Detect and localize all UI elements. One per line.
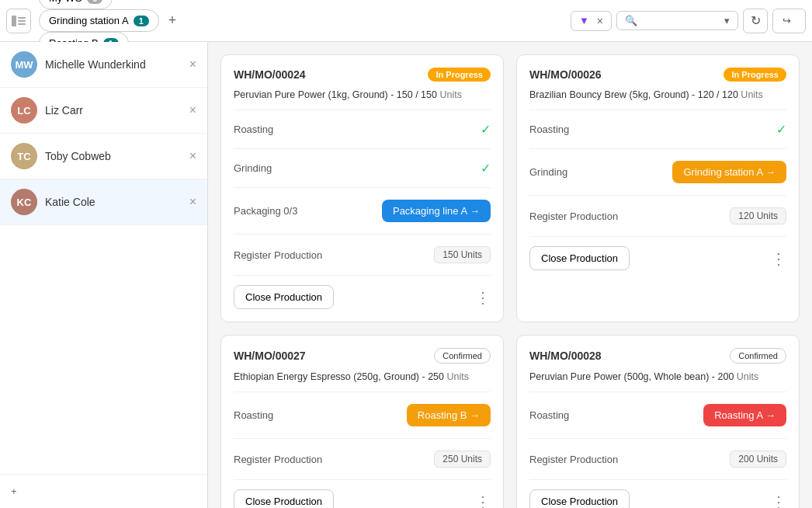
tab-badge-my-wo: 0: [87, 0, 102, 4]
card-id: WH/MO/00028: [529, 350, 602, 362]
card-header: WH/MO/00027 Confirmed: [234, 348, 491, 364]
action-button[interactable]: Roasting B →: [407, 404, 491, 426]
more-options-button[interactable]: ⋮: [475, 290, 491, 305]
product-unit: Units: [439, 89, 461, 100]
remove-operator-button[interactable]: ×: [189, 150, 196, 162]
search-area: ▼ × 🔍 ▾ ↻ ↪: [571, 9, 806, 33]
card-id: WH/MO/00024: [234, 68, 306, 81]
search-box: 🔍 ▾: [616, 11, 738, 30]
register-qty: 120 Units: [730, 207, 786, 224]
avatar: LC: [11, 97, 37, 124]
register-production-label: Register Production: [234, 454, 322, 465]
operator-item[interactable]: MW Michelle Wunderkind ×: [0, 42, 207, 88]
search-caret-icon[interactable]: ▾: [724, 15, 730, 26]
operator-name: Liz Carr: [45, 104, 182, 117]
main-layout: MW Michelle Wunderkind × LC Liz Carr × T…: [0, 42, 812, 508]
step-row-action: Grinding Grinding station A →: [529, 158, 786, 186]
remove-operator-button[interactable]: ×: [189, 104, 196, 117]
register-production-row: Register Production 120 Units: [529, 205, 786, 227]
step-row: Roasting ✓: [529, 120, 786, 139]
check-icon: ✓: [776, 122, 786, 137]
step-label: Roasting: [234, 124, 273, 135]
card-id: WH/MO/00027: [234, 350, 306, 362]
status-badge: Confirmed: [434, 348, 491, 364]
check-icon: ✓: [481, 161, 491, 176]
remove-operator-button[interactable]: ×: [189, 58, 196, 71]
tab-my-wo[interactable]: My WO0: [39, 0, 113, 9]
svg-rect-0: [12, 16, 16, 26]
operator-name: Katie Cole: [45, 196, 182, 208]
tab-badge-grinding-station-a: 1: [134, 16, 149, 26]
close-production-button[interactable]: Close Production: [234, 285, 334, 309]
card-header: WH/MO/00024 In Progress: [234, 68, 491, 82]
production-card: WH/MO/00024 In Progress Peruvian Pure Po…: [220, 54, 504, 322]
register-qty: 200 Units: [730, 451, 786, 468]
product-unit: Units: [737, 371, 758, 382]
search-input[interactable]: [642, 15, 720, 26]
register-production-row: Register Production 250 Units: [234, 448, 491, 470]
more-options-button[interactable]: ⋮: [771, 494, 786, 509]
card-product: Peruvian Pure Power (500g, Whole bean) -…: [529, 371, 786, 382]
filter-close-icon[interactable]: ×: [597, 15, 603, 27]
register-production-label: Register Production: [234, 249, 322, 261]
action-button[interactable]: Packaging line A →: [382, 200, 491, 222]
register-qty: 150 Units: [434, 246, 491, 263]
card-product: Brazilian Bouncy Brew (5kg, Ground) - 12…: [529, 89, 786, 100]
add-operator-button[interactable]: +: [0, 474, 207, 508]
operator-item[interactable]: KC Katie Cole ×: [0, 179, 207, 225]
register-production-label: Register Production: [529, 211, 618, 222]
step-row-action: Roasting Roasting B →: [234, 402, 491, 429]
sidebar-toggle-button[interactable]: [6, 9, 31, 33]
search-icon: 🔍: [625, 15, 637, 26]
card-footer: Close Production ⋮: [529, 246, 786, 270]
close-production-button[interactable]: Close Production: [529, 246, 630, 270]
close-production-button[interactable]: Close Production: [234, 489, 334, 508]
operator-name: Toby Cobweb: [45, 150, 182, 162]
add-icon: +: [11, 485, 17, 497]
more-options-button[interactable]: ⋮: [771, 251, 786, 266]
register-production-row: Register Production 150 Units: [234, 244, 491, 266]
card-footer: Close Production ⋮: [234, 489, 491, 508]
step-label: Roasting: [529, 124, 569, 135]
add-tab-button[interactable]: +: [162, 9, 183, 32]
card-footer: Close Production ⋮: [234, 285, 491, 309]
svg-rect-2: [18, 20, 26, 22]
check-icon: ✓: [481, 122, 491, 137]
operator-item[interactable]: TC Toby Cobweb ×: [0, 134, 207, 179]
avatar: MW: [11, 51, 37, 78]
card-footer: Close Production ⋮: [529, 489, 786, 508]
filter-icon: ▼: [579, 15, 589, 26]
action-button[interactable]: Grinding station A →: [672, 161, 786, 183]
card-header: WH/MO/00026 In Progress: [529, 68, 786, 82]
step-row-action: Packaging 0/3 Packaging line A →: [234, 197, 491, 224]
tab-label-my-wo: My WO: [49, 0, 82, 4]
step-label: Grinding: [234, 162, 272, 174]
close-production-button[interactable]: Close Production: [529, 489, 630, 508]
remove-operator-button[interactable]: ×: [189, 196, 196, 208]
operator-item[interactable]: LC Liz Carr ×: [0, 88, 207, 134]
card-header: WH/MO/00028 Confirmed: [529, 348, 786, 364]
status-badge: Confirmed: [730, 348, 786, 364]
packaging-qty-label: Packaging 0/3: [234, 205, 297, 217]
tab-grinding-station-a[interactable]: Grinding station A1: [39, 9, 159, 32]
status-badge: In Progress: [724, 68, 786, 82]
register-qty: 250 Units: [434, 451, 491, 468]
sidebar: MW Michelle Wunderkind × LC Liz Carr × T…: [0, 42, 208, 508]
status-badge: In Progress: [428, 68, 491, 82]
production-card: WH/MO/00026 In Progress Brazilian Bouncy…: [516, 54, 800, 322]
close-button[interactable]: ↪: [772, 9, 806, 33]
filter-pill[interactable]: ▼ ×: [571, 11, 612, 31]
close-icon: ↪: [783, 15, 791, 26]
step-label: Roasting: [529, 409, 569, 421]
card-product: Peruvian Pure Power (1kg, Ground) - 150 …: [234, 89, 491, 100]
cards-area: WH/MO/00024 In Progress Peruvian Pure Po…: [208, 42, 812, 508]
operator-list: MW Michelle Wunderkind × LC Liz Carr × T…: [0, 42, 207, 474]
more-options-button[interactable]: ⋮: [475, 494, 491, 509]
avatar: KC: [11, 189, 37, 215]
avatar: TC: [11, 143, 37, 169]
refresh-button[interactable]: ↻: [743, 9, 768, 33]
step-row-action: Roasting Roasting A →: [529, 402, 786, 429]
step-label: Roasting: [234, 409, 273, 421]
action-button[interactable]: Roasting A →: [703, 404, 786, 426]
production-card: WH/MO/00027 Confirmed Ethiopian Energy E…: [220, 335, 504, 508]
